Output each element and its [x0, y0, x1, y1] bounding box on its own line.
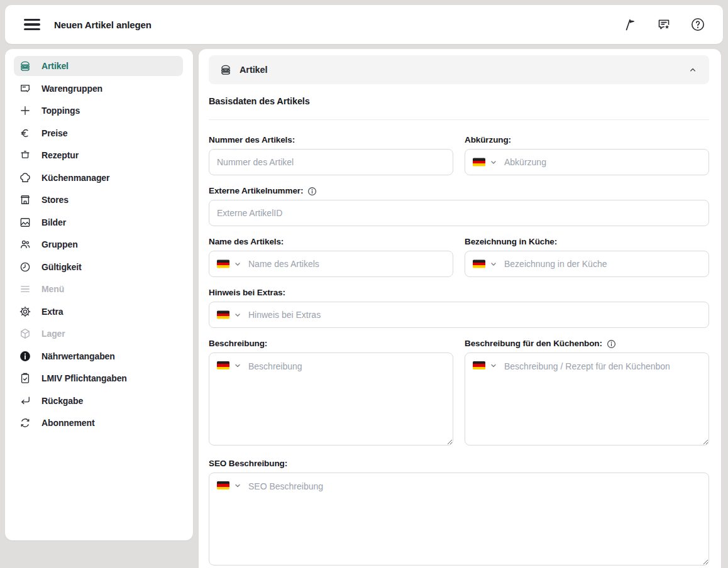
- sidebar-item-label: Preise: [41, 128, 67, 138]
- main-content: Artikel Basisdaten des Artikels Nummer d…: [199, 49, 721, 568]
- sidebar-item-rezeptur[interactable]: Rezeptur: [14, 145, 183, 165]
- cube-icon: [19, 327, 31, 340]
- german-flag-icon: [473, 158, 485, 167]
- name-des-artikels-input[interactable]: [209, 251, 453, 277]
- nummer-input[interactable]: [209, 149, 453, 175]
- feedback-review-icon[interactable]: [656, 17, 671, 32]
- sidebar-item-toppings[interactable]: Toppings: [14, 101, 183, 121]
- sidebar: Artikel Warengruppen Toppings Preise: [5, 49, 193, 540]
- sidebar-item-abonnement[interactable]: Abonnement: [14, 413, 183, 433]
- chevron-down-icon: [234, 482, 241, 489]
- sidebar-item-label: Rückgabe: [41, 396, 83, 406]
- beschreibung-textarea[interactable]: [209, 352, 453, 445]
- storefront-icon: [19, 194, 31, 206]
- sidebar-item-naehrwertangaben[interactable]: Nährwertangaben: [14, 346, 183, 366]
- bezeichnung-kueche-input[interactable]: [465, 251, 709, 277]
- sidebar-item-label: Rezeptur: [41, 150, 79, 160]
- sidebar-item-extra[interactable]: Extra: [14, 302, 183, 322]
- panel-header-artikel[interactable]: Artikel: [209, 55, 709, 84]
- field-label: Beschreibung für den Küchenbon:: [465, 339, 709, 349]
- return-arrow-icon: [19, 395, 31, 407]
- language-selector[interactable]: [473, 361, 497, 369]
- sidebar-item-label: Toppings: [41, 106, 80, 116]
- german-flag-icon: [473, 361, 485, 369]
- field-nummer: Nummer des Artikels:: [209, 135, 453, 175]
- field-label: Nummer des Artikels:: [209, 135, 453, 145]
- field-label: Externe Artikelnummer:: [209, 186, 709, 196]
- hinweis-extras-input[interactable]: [209, 302, 709, 328]
- gear-icon: [19, 305, 31, 318]
- chevron-down-icon: [234, 260, 241, 268]
- clipboard-check-icon: [19, 372, 31, 385]
- german-flag-icon: [217, 311, 229, 319]
- field-name-des-artikels: Name des Artikels:: [209, 237, 453, 277]
- tour-flag-icon[interactable]: [622, 17, 637, 32]
- language-selector[interactable]: [217, 311, 241, 319]
- sidebar-item-label: Menü: [41, 284, 64, 294]
- sidebar-item-label: LMIV Pflichtangaben: [41, 373, 127, 383]
- sidebar-item-bilder[interactable]: Bilder: [14, 212, 183, 232]
- language-selector[interactable]: [473, 158, 497, 167]
- field-label: Hinweis bei Extras:: [209, 288, 709, 298]
- sidebar-item-menue: Menü: [14, 279, 183, 299]
- language-selector[interactable]: [217, 361, 241, 369]
- sidebar-item-lager: Lager: [14, 324, 183, 344]
- sidebar-item-label: Stores: [41, 195, 69, 205]
- sidebar-item-artikel[interactable]: Artikel: [14, 56, 183, 76]
- burger-icon: [19, 60, 31, 72]
- sidebar-item-kuechenmanager[interactable]: Küchenmanager: [14, 168, 183, 188]
- seo-beschreibung-textarea[interactable]: [209, 472, 709, 565]
- sidebar-item-stores[interactable]: Stores: [14, 190, 183, 210]
- info-icon[interactable]: [307, 187, 317, 196]
- externe-artikelnummer-input[interactable]: [209, 200, 709, 226]
- field-label: Name des Artikels:: [209, 237, 453, 247]
- chevron-down-icon: [490, 158, 497, 166]
- sidebar-item-label: Bilder: [41, 217, 66, 227]
- sidebar-item-preise[interactable]: Preise: [14, 123, 183, 143]
- german-flag-icon: [217, 361, 229, 369]
- divider: [209, 119, 709, 120]
- chevron-down-icon: [490, 260, 497, 268]
- page-title: Neuen Artikel anlegen: [54, 19, 152, 30]
- field-beschreibung: Beschreibung:: [209, 339, 453, 448]
- chevron-up-icon[interactable]: [687, 64, 698, 75]
- field-seo-beschreibung: SEO Beschreibung:: [209, 459, 709, 568]
- sidebar-item-label: Artikel: [41, 61, 69, 71]
- burger-icon: [219, 63, 232, 76]
- cooking-pot-icon: [19, 149, 31, 161]
- language-selector[interactable]: [217, 481, 241, 489]
- hamburger-menu-icon[interactable]: [24, 19, 40, 30]
- help-icon[interactable]: [690, 17, 705, 32]
- field-label: Abkürzung:: [465, 135, 709, 145]
- abkuerzung-input[interactable]: [465, 149, 709, 175]
- sidebar-item-gruppen[interactable]: Gruppen: [14, 234, 183, 254]
- sidebar-item-label: Gruppen: [41, 239, 78, 249]
- sidebar-item-label: Gültigkeit: [41, 262, 82, 272]
- article-form: Nummer des Artikels: Abkürzung: Ex: [209, 135, 709, 568]
- euro-icon: [19, 127, 31, 139]
- language-selector[interactable]: [473, 260, 497, 268]
- chevron-down-icon: [234, 362, 241, 369]
- german-flag-icon: [217, 481, 229, 489]
- panel-title: Artikel: [240, 65, 267, 75]
- field-hinweis-extras: Hinweis bei Extras:: [209, 288, 709, 328]
- language-selector[interactable]: [217, 260, 241, 268]
- field-beschreibung-kuechenbon: Beschreibung für den Küchenbon:: [465, 339, 709, 448]
- sidebar-item-warengruppen[interactable]: Warengruppen: [14, 79, 183, 99]
- menu-lines-icon: [19, 283, 31, 295]
- field-label: SEO Beschreibung:: [209, 459, 709, 469]
- info-icon[interactable]: [607, 339, 616, 349]
- sidebar-item-lmiv[interactable]: LMIV Pflichtangaben: [14, 368, 183, 388]
- sidebar-item-rueckgabe[interactable]: Rückgabe: [14, 391, 183, 411]
- beschreibung-kuechenbon-textarea[interactable]: [465, 352, 709, 445]
- sidebar-item-gueltigkeit[interactable]: Gültigkeit: [14, 257, 183, 277]
- sidebar-item-label: Abonnement: [41, 418, 95, 428]
- plus-icon: [19, 104, 31, 117]
- sidebar-item-label: Warengruppen: [41, 84, 102, 94]
- people-icon: [19, 238, 31, 251]
- chevron-down-icon: [234, 311, 241, 319]
- sidebar-item-label: Nährwertangaben: [41, 351, 115, 361]
- chef-hat-icon: [19, 172, 31, 184]
- sidebar-item-label: Lager: [41, 329, 65, 339]
- field-abkuerzung: Abkürzung:: [465, 135, 709, 175]
